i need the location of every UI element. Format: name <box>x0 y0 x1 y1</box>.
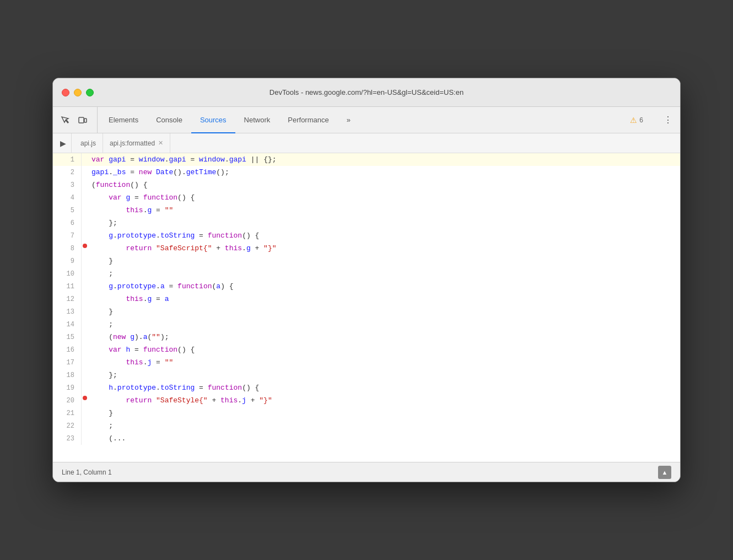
status-right: ▲ <box>658 466 671 479</box>
code-line: 2gapi._bs = new Date().getTime(); <box>53 166 680 179</box>
token-kw: var <box>109 346 126 354</box>
line-gutter <box>82 179 87 191</box>
warning-badge[interactable]: ⚠ 6 <box>627 114 646 127</box>
line-number: 10 <box>53 267 82 280</box>
code-line: 1var gapi = window.gapi = window.gapi ||… <box>53 153 680 166</box>
token-str: "SafeStyle{" <box>156 396 208 405</box>
line-number: 17 <box>53 356 82 369</box>
line-gutter <box>82 153 87 166</box>
line-gutter <box>82 432 87 445</box>
token-str: "}" <box>259 396 272 405</box>
breakpoint-marker[interactable] <box>83 396 87 400</box>
code-line: 10 ; <box>53 267 680 280</box>
token-id: Date <box>156 168 173 176</box>
inspect-icon[interactable] <box>57 112 73 128</box>
token-plain: ; <box>91 270 113 278</box>
tab-network[interactable]: Network <box>235 107 279 133</box>
code-line: 18 }; <box>53 369 680 381</box>
minimize-button[interactable] <box>74 89 82 96</box>
token-plain: . <box>156 231 160 240</box>
menu-button[interactable]: ⋮ <box>660 112 676 128</box>
code-line: 9 } <box>53 255 680 267</box>
line-number: 7 <box>53 229 82 242</box>
code-line: 20 return "SafeStyle{" + this.j + "}" <box>53 394 680 407</box>
token-kw: new <box>139 168 156 176</box>
line-number: 3 <box>53 179 82 191</box>
close-button[interactable] <box>62 89 69 96</box>
tab-sources[interactable]: Sources <box>191 107 235 133</box>
close-tab-icon[interactable]: ✕ <box>158 140 163 146</box>
token-plain: () { <box>242 231 259 240</box>
token-kw: function <box>208 231 242 240</box>
token-id: toString <box>160 384 195 392</box>
token-plain: + <box>208 396 220 405</box>
line-number: 9 <box>53 255 82 267</box>
toolbar-right: ⚠ 6 ⋮ <box>613 107 676 133</box>
file-tab-api-js-formatted[interactable]: api.js:formatted ✕ <box>103 133 170 153</box>
token-plain: . <box>156 282 160 290</box>
tab-elements[interactable]: Elements <box>100 107 147 133</box>
line-content: gapi._bs = new Date().getTime(); <box>87 166 680 179</box>
tab-more[interactable]: » <box>338 107 359 133</box>
token-id: a <box>160 282 165 290</box>
token-str: "}" <box>263 244 276 252</box>
tab-console[interactable]: Console <box>147 107 191 133</box>
token-kw: var <box>109 193 126 202</box>
token-kw: this <box>220 396 238 405</box>
token-plain: () { <box>130 181 147 189</box>
svg-rect-1 <box>84 119 87 122</box>
scroll-top-button[interactable]: ▲ <box>658 466 671 479</box>
code-line: 15 (new g).a(""); <box>53 331 680 343</box>
code-line: 11 g.prototype.a = function(a) { <box>53 280 680 293</box>
token-kw: return <box>126 244 156 252</box>
code-line: 19 h.prototype.toString = function() { <box>53 381 680 394</box>
run-button[interactable]: ▶ <box>55 133 72 153</box>
line-content: this.j = "" <box>87 356 680 369</box>
token-id: h <box>109 384 113 392</box>
line-gutter <box>82 394 87 407</box>
token-plain: . <box>113 282 117 290</box>
line-number: 11 <box>53 280 82 293</box>
code-line: 5 this.g = "" <box>53 204 680 217</box>
token-id: a <box>165 295 169 303</box>
token-id: window <box>199 155 225 164</box>
line-gutter <box>82 407 87 419</box>
breakpoint-marker[interactable] <box>83 244 87 248</box>
line-content: g.prototype.a = function(a) { <box>87 280 680 293</box>
token-plain: ) { <box>220 282 233 290</box>
line-number: 23 <box>53 432 82 445</box>
token-plain: () { <box>177 193 195 202</box>
token-kw: return <box>126 396 156 405</box>
line-content: g.prototype.toString = function() { <box>87 229 680 242</box>
code-line: 17 this.j = "" <box>53 356 680 369</box>
token-plain <box>91 346 109 354</box>
line-number: 16 <box>53 343 82 356</box>
file-tabs: ▶ api.js api.js:formatted ✕ <box>53 133 680 153</box>
window-title: DevTools - news.google.com/?hl=en-US&gl=… <box>270 88 463 96</box>
token-plain: . <box>113 384 117 392</box>
token-kw: function <box>208 384 242 392</box>
svg-rect-0 <box>79 117 84 123</box>
line-content: return "SafeScript{" + this.g + "}" <box>87 242 680 255</box>
token-id: g <box>246 244 251 252</box>
token-id: gapi <box>91 168 109 176</box>
code-line: 3(function() { <box>53 179 680 191</box>
line-gutter <box>82 331 87 343</box>
code-editor[interactable]: 1var gapi = window.gapi = window.gapi ||… <box>53 153 680 462</box>
token-id: prototype <box>117 231 156 240</box>
token-plain: . <box>225 155 229 164</box>
maximize-button[interactable] <box>86 89 94 96</box>
token-plain <box>91 358 126 367</box>
tab-performance[interactable]: Performance <box>279 107 337 133</box>
token-plain: }; <box>91 371 117 379</box>
device-icon[interactable] <box>75 112 90 128</box>
code-line: 12 this.g = a <box>53 293 680 305</box>
token-plain: . <box>242 244 246 252</box>
warning-count: 6 <box>639 116 643 124</box>
token-plain: () { <box>177 346 195 354</box>
token-plain: } <box>91 308 113 316</box>
token-plain: + <box>251 244 263 252</box>
devtools-window: DevTools - news.google.com/?hl=en-US&gl=… <box>52 78 681 482</box>
file-tab-api-js[interactable]: api.js <box>74 133 103 153</box>
token-plain: = <box>152 295 164 303</box>
